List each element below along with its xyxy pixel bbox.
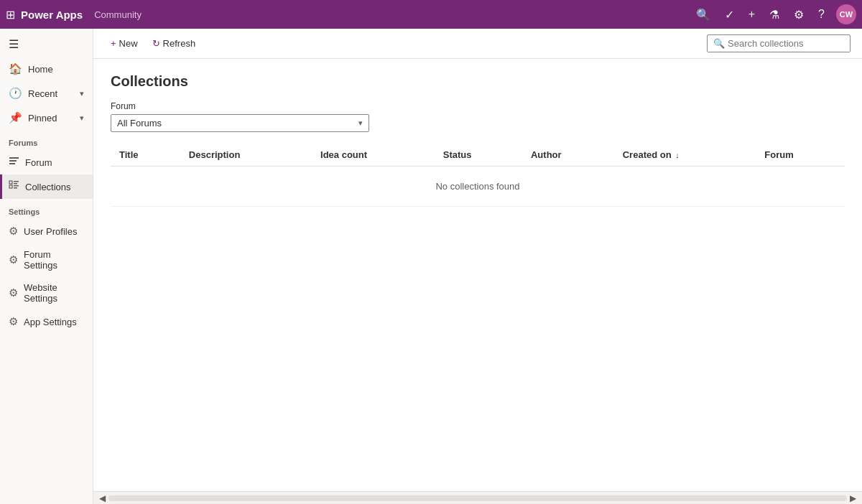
svg-rect-1	[9, 160, 17, 162]
checkmark-circle-button[interactable]: ✓	[719, 5, 740, 24]
sidebar-item-recent-label: Recent	[28, 88, 57, 99]
help-button[interactable]: ?	[812, 5, 830, 24]
svg-rect-4	[14, 181, 19, 182]
search-input[interactable]	[728, 38, 844, 49]
website-settings-icon: ⚙	[9, 286, 18, 299]
svg-rect-7	[14, 183, 17, 185]
svg-rect-0	[9, 157, 19, 159]
pin-icon: 📌	[9, 111, 22, 124]
svg-rect-2	[9, 163, 15, 164]
sidebar-item-app-settings[interactable]: ⚙ App Settings	[0, 309, 93, 334]
empty-state-row: No collections found	[111, 167, 845, 207]
main-layout: ☰ 🏠 Home 🕐 Recent ▾ 📌 Pinned ▾ Forums	[0, 29, 862, 504]
forum-icon	[9, 156, 19, 169]
svg-rect-3	[9, 181, 12, 184]
content-area: + New ↻ Refresh 🔍 Collections Forum All …	[93, 29, 862, 504]
forum-filter-select[interactable]: All Forums ▾	[111, 114, 369, 132]
filter-button[interactable]: ⚗	[764, 5, 785, 24]
col-title[interactable]: Title	[111, 144, 180, 167]
app-settings-icon: ⚙	[9, 315, 18, 328]
recent-expand-icon: ▾	[80, 89, 84, 98]
sidebar-item-collections-label: Collections	[25, 182, 71, 192]
sidebar-item-home-label: Home	[28, 64, 53, 75]
refresh-label: Refresh	[163, 38, 196, 49]
scroll-left-button[interactable]: ◀	[96, 493, 108, 503]
hamburger-icon[interactable]: ☰	[0, 32, 93, 57]
topbar-icons: 🔍 ✓ + ⚗ ⚙ ? CW	[690, 4, 856, 24]
forums-section-label: Forums	[0, 130, 93, 150]
search-icon: 🔍	[713, 38, 725, 49]
pinned-expand-icon: ▾	[80, 113, 84, 123]
refresh-button[interactable]: ↻ Refresh	[147, 34, 202, 52]
empty-message: No collections found	[111, 167, 845, 207]
sidebar-item-collections[interactable]: Collections	[0, 174, 93, 199]
plus-button[interactable]: +	[743, 5, 761, 24]
sidebar-item-forum[interactable]: Forum	[0, 150, 93, 174]
col-forum[interactable]: Forum	[756, 144, 845, 167]
sidebar-item-home[interactable]: 🏠 Home	[0, 57, 93, 81]
home-icon: 🏠	[9, 62, 22, 75]
sidebar-item-recent[interactable]: 🕐 Recent ▾	[0, 81, 93, 106]
grid-icon[interactable]: ⊞	[6, 8, 15, 22]
horizontal-scrollbar[interactable]: ◀ ▶	[93, 491, 862, 504]
settings-button[interactable]: ⚙	[788, 5, 810, 24]
sidebar-item-user-profiles-label: User Profiles	[24, 226, 77, 237]
collections-icon	[9, 180, 19, 193]
svg-rect-5	[9, 185, 12, 188]
table-header-row: Title Description Idea count Status	[111, 144, 845, 167]
sidebar: ☰ 🏠 Home 🕐 Recent ▾ 📌 Pinned ▾ Forums	[0, 29, 93, 504]
svg-rect-8	[14, 187, 17, 189]
chevron-down-icon: ▾	[358, 118, 363, 128]
sidebar-item-app-settings-label: App Settings	[24, 317, 77, 327]
col-status[interactable]: Status	[435, 144, 522, 167]
sidebar-item-website-settings[interactable]: ⚙ Website Settings	[0, 276, 93, 309]
svg-rect-6	[14, 185, 19, 187]
sidebar-item-forum-label: Forum	[25, 157, 52, 168]
avatar[interactable]: CW	[836, 4, 856, 24]
sidebar-item-pinned[interactable]: 📌 Pinned ▾	[0, 106, 93, 130]
search-box: 🔍	[707, 34, 851, 52]
brand-label: Power Apps	[21, 9, 83, 21]
col-description[interactable]: Description	[180, 144, 312, 167]
col-idea-count[interactable]: Idea count	[312, 144, 435, 167]
filter-section: Forum All Forums ▾	[111, 101, 845, 132]
topbar: ⊞ Power Apps Community 🔍 ✓ + ⚗ ⚙ ? CW	[0, 0, 862, 29]
sidebar-item-forum-settings-label: Forum Settings	[24, 249, 84, 271]
refresh-icon: ↻	[152, 38, 160, 49]
col-author[interactable]: Author	[522, 144, 614, 167]
scroll-track[interactable]	[108, 495, 847, 501]
toolbar: + New ↻ Refresh 🔍	[93, 29, 862, 59]
sidebar-item-website-settings-label: Website Settings	[24, 282, 84, 304]
forum-filter-value: All Forums	[117, 118, 162, 129]
scroll-right-button[interactable]: ▶	[847, 493, 859, 503]
sidebar-item-forum-settings[interactable]: ⚙ Forum Settings	[0, 243, 93, 276]
search-button[interactable]: 🔍	[690, 5, 716, 24]
nav-label: Community	[94, 9, 142, 20]
forum-filter-label: Forum	[111, 101, 845, 111]
forum-settings-icon: ⚙	[9, 253, 18, 266]
collections-table: Title Description Idea count Status	[111, 144, 845, 207]
user-profiles-icon: ⚙	[9, 225, 18, 238]
settings-section-label: Settings	[0, 199, 93, 219]
plus-icon: +	[111, 38, 116, 49]
page-content: Collections Forum All Forums ▾ Title	[93, 59, 862, 491]
col-created-on[interactable]: Created on ↓	[614, 144, 756, 167]
recent-icon: 🕐	[9, 87, 22, 100]
sort-desc-icon: ↓	[675, 151, 680, 159]
table-container: Title Description Idea count Status	[111, 144, 845, 207]
sidebar-item-user-profiles[interactable]: ⚙ User Profiles	[0, 219, 93, 243]
page-title: Collections	[111, 73, 845, 90]
new-button[interactable]: + New	[105, 34, 144, 52]
sidebar-item-pinned-label: Pinned	[28, 113, 57, 123]
new-label: New	[119, 38, 138, 49]
